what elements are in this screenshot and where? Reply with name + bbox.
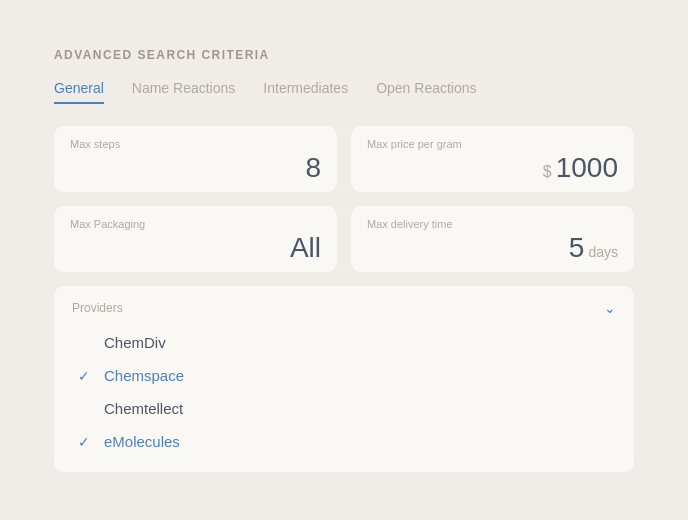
tab-open-reactions[interactable]: Open Reactions (376, 80, 476, 104)
chevron-down-icon: ⌄ (604, 300, 616, 316)
provider-name-chemdiv: ChemDiv (104, 334, 166, 351)
section-title: ADVANCED SEARCH CRITERIA (54, 48, 634, 62)
max-delivery-field[interactable]: Max delivery time 5 days (351, 206, 634, 272)
providers-box: Providers ⌄ ChemDiv ✓ Chemspace Chemtell… (54, 286, 634, 472)
max-price-value-row: $ 1000 (367, 154, 618, 182)
provider-name-chemtellect: Chemtellect (104, 400, 183, 417)
max-delivery-label: Max delivery time (367, 218, 618, 230)
max-delivery-value: 5 (569, 234, 585, 262)
max-steps-field[interactable]: Max steps 8 (54, 126, 337, 192)
fields-row-1: Max steps 8 Max price per gram $ 1000 (54, 126, 634, 192)
max-packaging-field[interactable]: Max Packaging All (54, 206, 337, 272)
provider-item-chemdiv[interactable]: ChemDiv (72, 326, 616, 359)
provider-name-chemspace: Chemspace (104, 367, 184, 384)
main-container: ADVANCED SEARCH CRITERIA General Name Re… (24, 18, 664, 502)
max-steps-label: Max steps (70, 138, 321, 150)
tab-name-reactions[interactable]: Name Reactions (132, 80, 236, 104)
max-steps-value-row: 8 (70, 154, 321, 182)
currency-symbol: $ (543, 163, 552, 181)
provider-item-emolecules[interactable]: ✓ eMolecules (72, 425, 616, 458)
check-icon-chemspace: ✓ (78, 368, 94, 384)
max-packaging-label: Max Packaging (70, 218, 321, 230)
check-icon-emolecules: ✓ (78, 434, 94, 450)
max-delivery-value-row: 5 days (367, 234, 618, 262)
provider-item-chemspace[interactable]: ✓ Chemspace (72, 359, 616, 392)
max-packaging-value: All (290, 234, 321, 262)
provider-name-emolecules: eMolecules (104, 433, 180, 450)
tab-general[interactable]: General (54, 80, 104, 104)
fields-row-2: Max Packaging All Max delivery time 5 da… (54, 206, 634, 272)
providers-label: Providers (72, 301, 123, 315)
max-packaging-value-row: All (70, 234, 321, 262)
providers-header[interactable]: Providers ⌄ (72, 300, 616, 316)
tab-bar: General Name Reactions Intermediates Ope… (54, 80, 634, 104)
max-price-label: Max price per gram (367, 138, 618, 150)
delivery-unit: days (588, 244, 618, 260)
providers-list: ChemDiv ✓ Chemspace Chemtellect ✓ eMolec… (72, 326, 616, 458)
provider-item-chemtellect[interactable]: Chemtellect (72, 392, 616, 425)
max-price-value: 1000 (556, 154, 618, 182)
tab-intermediates[interactable]: Intermediates (263, 80, 348, 104)
max-steps-value: 8 (305, 154, 321, 182)
max-price-field[interactable]: Max price per gram $ 1000 (351, 126, 634, 192)
